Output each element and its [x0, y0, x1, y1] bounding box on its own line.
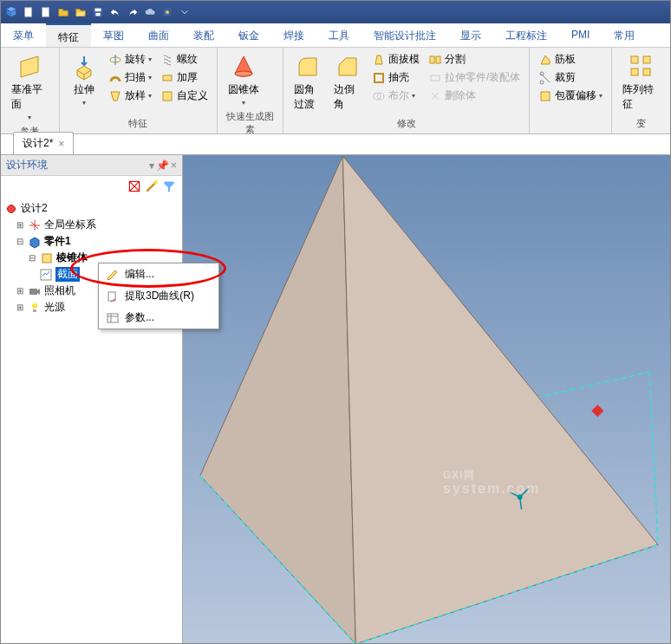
stretch-icon [428, 71, 442, 85]
loft-button[interactable]: 放样▾ [107, 88, 153, 104]
star-icon[interactable] [160, 5, 174, 19]
group-label: 修改 [290, 115, 522, 130]
close-icon[interactable]: × [171, 159, 177, 172]
delete-tool-icon[interactable] [127, 179, 142, 194]
document-tab[interactable]: 设计2* × [13, 132, 74, 154]
svg-rect-23 [42, 254, 51, 263]
filter-tool-icon[interactable] [161, 179, 177, 194]
bool-button[interactable]: 布尔▾ [370, 88, 421, 104]
svg-rect-24 [41, 270, 51, 280]
design-tree: 设计2 ⊞ 全局坐标系 ⊟ 零件1 ⊟ 棱锥体 截面 ⊞ [1, 197, 182, 319]
revolve-icon [108, 53, 122, 67]
svg-rect-10 [375, 74, 383, 82]
open-alt-icon[interactable] [74, 5, 88, 19]
menu-tab-5[interactable]: 钣金 [226, 23, 271, 47]
chevron-down-icon[interactable] [178, 5, 192, 19]
svg-rect-7 [163, 75, 172, 81]
thicken-button[interactable]: 加厚 [159, 69, 210, 86]
group-label: 快速生成图素 [225, 108, 277, 136]
pin-icon[interactable]: 📌 [156, 159, 169, 172]
open-icon[interactable] [56, 5, 70, 19]
cloud-icon[interactable] [143, 5, 157, 19]
rib-button[interactable]: 筋板 [537, 51, 604, 68]
stretch-button[interactable]: 拉伸零件/装配体 [427, 69, 522, 86]
sidebar-title: 设计环境 [6, 158, 48, 172]
menu-tab-1[interactable]: 特征 [46, 23, 91, 47]
fillet-button[interactable]: 圆角过渡 [290, 51, 325, 114]
cone-button[interactable]: 圆锥体 ▾ [225, 51, 263, 108]
svg-rect-4 [95, 13, 100, 16]
expander-icon[interactable]: ⊞ [15, 302, 25, 312]
menu-tab-12[interactable]: 常用 [602, 23, 647, 47]
document-tabs: 设计2* × [1, 134, 670, 155]
new-doc-icon[interactable] [39, 5, 53, 19]
label: 基准平面 [11, 82, 49, 112]
dropdown-icon[interactable]: ▾ [149, 159, 154, 172]
svg-rect-13 [430, 56, 434, 63]
workspace: 设计环境 ▾ 📌 × 设计2 ⊞ 全局坐标系 ⊟ [1, 155, 670, 644]
thread-button[interactable]: 螺纹 [159, 51, 210, 68]
loft-icon [108, 89, 122, 103]
wrap-button[interactable]: 包覆偏移▾ [537, 88, 604, 104]
svg-rect-16 [541, 92, 550, 101]
svg-point-22 [153, 180, 158, 185]
menu-tab-2[interactable]: 草图 [91, 23, 136, 47]
shell-button[interactable]: 抽壳 [370, 69, 421, 86]
menu-tab-9[interactable]: 显示 [448, 23, 493, 47]
datum-plane-button[interactable]: 基准平面 ▾ [8, 51, 52, 123]
sweep-button[interactable]: 扫描▾ [107, 69, 153, 86]
menu-bar: 菜单 特征 草图 曲面 装配 钣金 焊接 工具 智能设计批注 显示 工程标注 P… [1, 23, 670, 48]
custom-icon [160, 89, 174, 103]
viewport-3d[interactable]: GXI网 system.com [183, 155, 670, 644]
save-icon[interactable] [91, 5, 105, 19]
menu-tab-0[interactable]: 菜单 [1, 23, 46, 47]
group-label [537, 128, 604, 130]
revolve-button[interactable]: 旋转▾ [107, 51, 153, 68]
expander-icon[interactable]: ⊟ [27, 253, 37, 263]
wand-tool-icon[interactable] [144, 179, 160, 194]
trim-button[interactable]: 裁剪 [537, 69, 604, 86]
label: 阵列特征 [622, 82, 660, 112]
menu-tab-11[interactable]: PMI [559, 23, 602, 47]
svg-point-26 [32, 303, 37, 309]
ribbon-group-quick: 圆锥体 ▾ 快速生成图素 [218, 48, 284, 133]
chamfer-icon [334, 53, 362, 81]
menu-tab-8[interactable]: 智能设计批注 [362, 23, 448, 47]
new-file-icon[interactable] [22, 5, 36, 19]
app-logo-icon[interactable] [4, 5, 18, 19]
menu-tab-6[interactable]: 焊接 [271, 23, 316, 47]
redo-icon[interactable] [126, 5, 140, 19]
chevron-down-icon: ▾ [28, 114, 31, 121]
svg-rect-28 [107, 314, 118, 322]
pattern-button[interactable]: 阵列特征 [619, 51, 663, 114]
split-button[interactable]: 分割 [427, 51, 522, 68]
svg-rect-18 [643, 56, 650, 63]
wrap-icon [538, 89, 552, 103]
expander-icon[interactable]: ⊟ [15, 237, 25, 246]
close-icon[interactable]: × [58, 138, 64, 150]
svg-point-9 [235, 71, 252, 76]
expander-icon[interactable]: ⊞ [15, 220, 25, 230]
context-extract[interactable]: 提取3D曲线(R) [99, 285, 218, 307]
svg-rect-14 [436, 56, 440, 63]
context-edit[interactable]: 编辑... [99, 263, 218, 285]
draft-button[interactable]: 面拔模 [370, 51, 421, 68]
extrude-button[interactable]: 拉伸 ▾ [67, 51, 101, 108]
menu-tab-4[interactable]: 装配 [181, 23, 226, 47]
ribbon-group-misc: 筋板 裁剪 包覆偏移▾ [530, 48, 612, 133]
svg-rect-3 [95, 9, 101, 12]
undo-icon[interactable] [108, 5, 122, 19]
custom-button[interactable]: 自定义 [159, 88, 210, 104]
context-params[interactable]: 参数... [99, 307, 218, 329]
tree-item-part[interactable]: ⊟ 零件1 [3, 233, 180, 250]
menu-tab-7[interactable]: 工具 [316, 23, 362, 47]
expander-icon[interactable]: ⊞ [15, 286, 25, 296]
sidebar: 设计环境 ▾ 📌 × 设计2 ⊞ 全局坐标系 ⊟ [1, 155, 183, 644]
tree-root[interactable]: 设计2 [3, 200, 180, 217]
delete-button[interactable]: 删除体 [427, 88, 522, 104]
tree-item-coords[interactable]: ⊞ 全局坐标系 [3, 217, 180, 233]
menu-tab-3[interactable]: 曲面 [136, 23, 181, 47]
menu-tab-10[interactable]: 工程标注 [493, 23, 559, 47]
svg-rect-8 [163, 92, 172, 101]
chamfer-button[interactable]: 边倒角 [330, 51, 365, 114]
